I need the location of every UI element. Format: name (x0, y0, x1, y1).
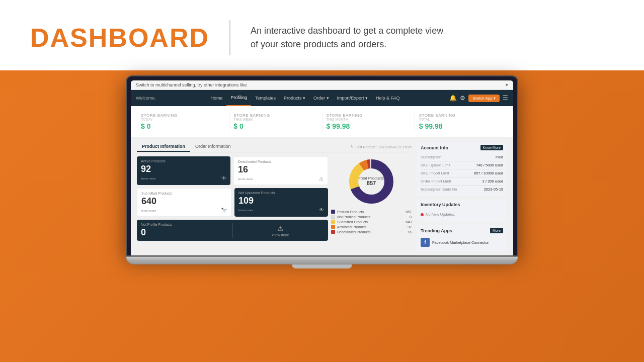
laptop-screen: Switch to multichannel selling, try othe… (131, 80, 513, 255)
sku-import-row: SKU Import Limit 857 / 10000 used (421, 169, 503, 177)
nav-import-export[interactable]: Import/Export ▾ (333, 90, 372, 106)
nav-templates[interactable]: Templates (251, 90, 280, 106)
earning-month: STORE EARNING THIS MONTH $ 99.98 (323, 111, 415, 132)
sub-ends-val: 2023-05-19 (484, 187, 503, 192)
legend-not-profiled: Not Profiled Products 0 (331, 215, 412, 219)
no-updates: No New Updates. (421, 210, 503, 219)
active-products-card: Active Products 92 know more 👁 (137, 156, 230, 185)
not-profile-left: Not Profile Products 0 (141, 223, 228, 238)
sub-ends-key: Subscription Ends On (421, 187, 457, 192)
earning-week-value: $ 0 (233, 122, 317, 130)
legend-color-not-profiled (331, 215, 335, 219)
order-import-val: 2 / 200 used (482, 179, 503, 184)
trending-title: Trending Apps (421, 228, 452, 233)
nav-right: 🔔 ⚙ Switch App ▾ ☰ (449, 95, 508, 102)
active-products-value: 92 (141, 164, 226, 174)
order-import-key: Order Import Limit (421, 179, 451, 184)
trending-card: Trending Apps More f Facebook Marketplac… (417, 225, 507, 251)
eye-icon-2: 👁 (319, 207, 324, 213)
legend-submitted: Submitted Products 640 (331, 220, 412, 224)
trending-item-label: Facebook Marketplace Connector (432, 240, 489, 245)
not-uploaded-know-more[interactable]: know more (238, 209, 253, 212)
submitted-products-footer: know more 🔭 (141, 208, 227, 213)
nav-order[interactable]: Order ▾ (309, 90, 333, 106)
dashboard-title: DASHBOARD (30, 23, 209, 53)
donut-legend: Profiled Products 857 Not Profiled Produ… (331, 210, 412, 235)
active-products-footer: know more 👁 (141, 175, 226, 181)
svg-text:857: 857 (367, 180, 376, 186)
legend-label-not-profiled: Not Profiled Products (337, 215, 370, 219)
sku-upload-val: 748 / 5000 used (476, 163, 503, 167)
earning-week-label: STORE EARNING (233, 113, 317, 118)
gear-icon[interactable]: ⚙ (460, 95, 465, 102)
switch-app-button[interactable]: Switch App ▾ (468, 95, 500, 102)
account-info-header: Account Info Know More (421, 145, 503, 150)
inventory-header: Inventory Updates (421, 202, 503, 207)
tabs-row: Product Information Order Information ↻ … (137, 142, 412, 152)
trending-item-facebook[interactable]: f Facebook Marketplace Connector (421, 236, 503, 248)
sku-upload-row: SKU Upload Limit 748 / 5000 used (421, 161, 503, 169)
sku-upload-key: SKU Upload Limit (421, 163, 450, 167)
nav-profiling[interactable]: Profiling (226, 90, 251, 106)
tab-order-info[interactable]: Order Information (190, 142, 236, 152)
not-profile-right: ⚠ know more (237, 224, 325, 237)
nav-links: Home Profiling Templates Products ▾ Orde… (161, 90, 449, 106)
legend-val-submitted: 640 (406, 220, 412, 224)
earning-month-sublabel: THIS MONTH (327, 118, 411, 121)
submitted-products-label: Submitted Products (141, 192, 227, 195)
nav-home[interactable]: Home (206, 90, 226, 106)
header-section: DASHBOARD An interactive dashboard to ge… (0, 0, 644, 70)
banner-chevron[interactable]: ▾ (506, 82, 508, 87)
legend-val-activated: 92 (408, 225, 412, 229)
donut-chart: Total Products 857 (346, 156, 396, 207)
nav-help[interactable]: Help & FAQ (372, 90, 404, 106)
subscription-key: Subscription (421, 155, 441, 159)
facebook-icon: f (421, 238, 430, 247)
nav-products[interactable]: Products ▾ (280, 90, 309, 106)
active-know-more[interactable]: know more (141, 177, 155, 180)
not-profile-card: Not Profile Products 0 ⚠ know more (137, 220, 328, 241)
not-profile-divider (232, 223, 233, 238)
legend-val-profiled: 857 (406, 210, 412, 214)
dashboard-subtitle: An interactive dashboard to get a comple… (251, 24, 452, 51)
menu-icon[interactable]: ☰ (503, 95, 508, 102)
warning-icon-deactivated: ⚠ (319, 176, 324, 182)
product-grid: Active Products 92 know more 👁 (137, 156, 412, 241)
tab-refresh: ↻ Last Refresh : 2023-05-02 21:16:25 (351, 145, 412, 149)
inventory-title: Inventory Updates (421, 202, 460, 207)
account-info-know-more-button[interactable]: Know More (480, 145, 503, 150)
orange-background: Switch to multichannel selling, try othe… (0, 70, 644, 362)
not-profile-label: Not Profile Products (141, 223, 228, 226)
app-nav: Welcome, Home Profiling Templates Produc… (131, 90, 513, 106)
laptop-base (126, 256, 518, 264)
product-left: Active Products 92 know more 👁 (137, 156, 328, 241)
legend-color-submitted (331, 220, 335, 224)
warning-icon-profile: ⚠ (237, 224, 325, 232)
legend-profiled: Profiled Products 857 (331, 210, 412, 214)
earning-total-label: STORE EARNING (419, 113, 503, 118)
sku-import-val: 857 / 10000 used (474, 171, 503, 175)
legend-color-activated (331, 225, 335, 229)
earning-total-value: $ 99.98 (419, 122, 503, 130)
bell-icon[interactable]: 🔔 (449, 95, 457, 102)
app-banner: Switch to multichannel selling, try othe… (131, 80, 513, 90)
earning-today: STORE EARNING TODAY $ 0 (137, 111, 229, 132)
account-info-title: Account Info (421, 145, 448, 150)
legend-color-profiled (331, 210, 335, 214)
not-profile-value: 0 (141, 227, 228, 238)
right-panel: Account Info Know More Subscription Paid… (417, 142, 507, 251)
earning-month-label: STORE EARNING (327, 113, 411, 118)
legend-label-deactivated: Deactivated Products (337, 230, 371, 234)
earning-today-label: STORE EARNING (141, 113, 225, 118)
legend-label-profiled: Profiled Products (337, 210, 364, 214)
not-uploaded-products-footer: know more 👁 (238, 207, 324, 213)
deactivated-products-value: 16 (238, 164, 324, 175)
left-panel: Product Information Order Information ↻ … (137, 142, 412, 251)
trending-more-button[interactable]: More (490, 228, 503, 233)
not-profile-know-more[interactable]: know more (237, 233, 325, 237)
no-updates-text: No New Updates. (426, 212, 455, 217)
deactivated-know-more[interactable]: know more (238, 177, 253, 180)
submitted-know-more[interactable]: know more (141, 209, 156, 212)
legend-activated: Activated Products 92 (331, 225, 412, 229)
tab-product-info[interactable]: Product Information (137, 142, 190, 152)
